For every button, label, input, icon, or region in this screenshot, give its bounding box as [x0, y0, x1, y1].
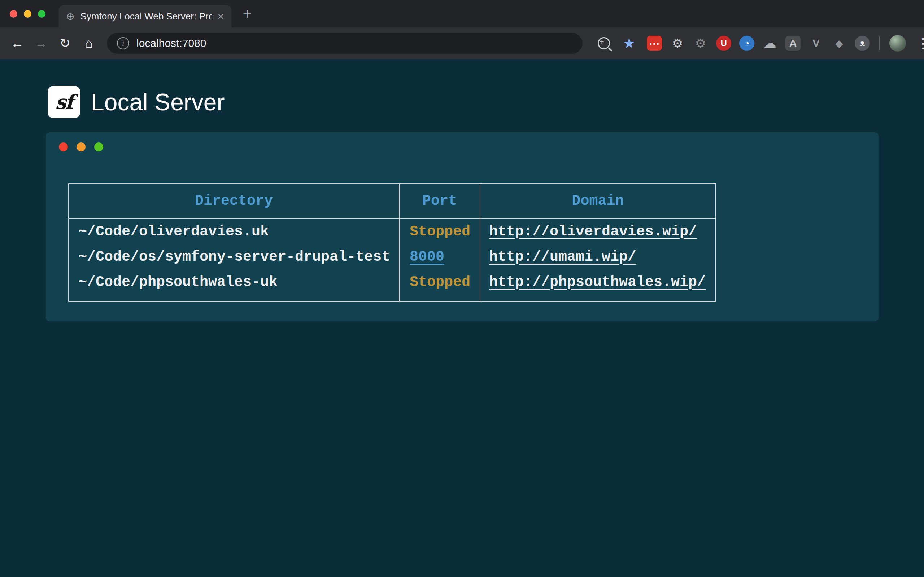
minimize-window-button[interactable] — [24, 10, 31, 18]
forward-button[interactable]: → — [31, 36, 51, 51]
address-bar[interactable]: i localhost:7080 — [107, 33, 583, 54]
tab-title: Symfony Local Web Server: Prox — [80, 11, 212, 22]
clockify-extension-icon[interactable]: ◔ — [739, 36, 754, 51]
home-button[interactable]: ⌂ — [79, 36, 99, 51]
globe-favicon-icon: ⊕ — [66, 10, 74, 23]
zoom-icon[interactable] — [598, 37, 610, 49]
table-row: ~/Code/phpsouthwales-uk Stopped http://p… — [69, 269, 716, 295]
port-status: Stopped — [410, 224, 470, 240]
domain-column-header: Domain — [480, 184, 716, 219]
vimium-extension-icon[interactable]: V — [809, 36, 824, 51]
directory-cell: ~/Code/os/symfony-server-drupal-test — [69, 244, 399, 269]
symfony-logo: sf — [48, 86, 80, 118]
extensions-bar: ⋯ ⚙ ⚙ U ◔ ☁ A V ◆ ᴥ — [647, 36, 870, 51]
new-tab-button[interactable]: + — [239, 6, 255, 23]
directory-column-header: Directory — [69, 184, 399, 219]
server-panel: Directory Port Domain ~/Code/oliverdavie… — [46, 132, 879, 321]
browser-tab[interactable]: ⊕ Symfony Local Web Server: Prox × — [59, 5, 231, 27]
orange-dot-icon — [76, 142, 86, 152]
close-tab-icon[interactable]: × — [217, 10, 224, 22]
brand-header: sf Local Server — [48, 86, 225, 118]
settings-gear-extension-icon[interactable]: ⚙ — [670, 36, 685, 51]
cloud-extension-icon[interactable]: ☁ — [762, 36, 777, 51]
bookmark-star-icon[interactable]: ★ — [623, 35, 635, 51]
port-column-header: Port — [399, 184, 480, 219]
back-button[interactable]: ← — [7, 36, 27, 51]
domain-link[interactable]: http://oliverdavies.wip/ — [489, 224, 697, 240]
port-link[interactable]: 8000 — [410, 249, 444, 265]
table-spacer — [399, 295, 480, 301]
page-content: sf Local Server Directory Port Domain — [0, 59, 924, 577]
close-window-button[interactable] — [10, 10, 17, 18]
diamond-extension-icon[interactable]: ◆ — [832, 36, 847, 51]
github-extension-icon[interactable]: ᴥ — [855, 36, 870, 51]
maximize-window-button[interactable] — [38, 10, 45, 18]
page-title: Local Server — [91, 89, 225, 116]
url-text[interactable]: localhost:7080 — [136, 37, 206, 49]
red-dot-icon — [59, 142, 68, 152]
green-dot-icon — [94, 142, 103, 152]
letter-a-extension-icon[interactable]: A — [785, 36, 801, 51]
domain-link[interactable]: http://phpsouthwales.wip/ — [489, 274, 706, 290]
toolbar-divider — [879, 36, 880, 50]
table-spacer-row — [69, 295, 716, 301]
directory-cell: ~/Code/phpsouthwales-uk — [69, 269, 399, 295]
dark-gear-extension-icon[interactable]: ⚙ — [693, 36, 708, 51]
profile-avatar[interactable] — [889, 35, 906, 52]
browser-window: ⊕ Symfony Local Web Server: Prox × + ← →… — [0, 0, 924, 577]
terminal-window-dots — [59, 142, 103, 152]
domain-link[interactable]: http://umami.wip/ — [489, 249, 636, 265]
directory-cell: ~/Code/oliverdavies.uk — [69, 219, 399, 244]
table-spacer — [480, 295, 716, 301]
table-row: ~/Code/os/symfony-server-drupal-test 800… — [69, 244, 716, 269]
port-status: Stopped — [410, 274, 470, 290]
browser-menu-icon[interactable]: ⋮ — [916, 35, 924, 51]
reload-button[interactable]: ↻ — [55, 36, 75, 51]
site-info-icon[interactable]: i — [117, 37, 129, 49]
lastpass-extension-icon[interactable]: ⋯ — [647, 36, 662, 51]
browser-toolbar: ← → ↻ ⌂ i localhost:7080 ★ ⋯ ⚙ ⚙ U ◔ ☁ A… — [0, 27, 924, 59]
ublock-origin-extension-icon[interactable]: U — [716, 36, 731, 51]
table-row: ~/Code/oliverdavies.uk Stopped http://ol… — [69, 219, 716, 244]
tab-strip: ⊕ Symfony Local Web Server: Prox × + — [0, 0, 924, 27]
table-header-row: Directory Port Domain — [69, 184, 716, 219]
window-controls — [10, 10, 45, 18]
servers-table: Directory Port Domain ~/Code/oliverdavie… — [68, 183, 716, 302]
table-spacer — [69, 295, 399, 301]
